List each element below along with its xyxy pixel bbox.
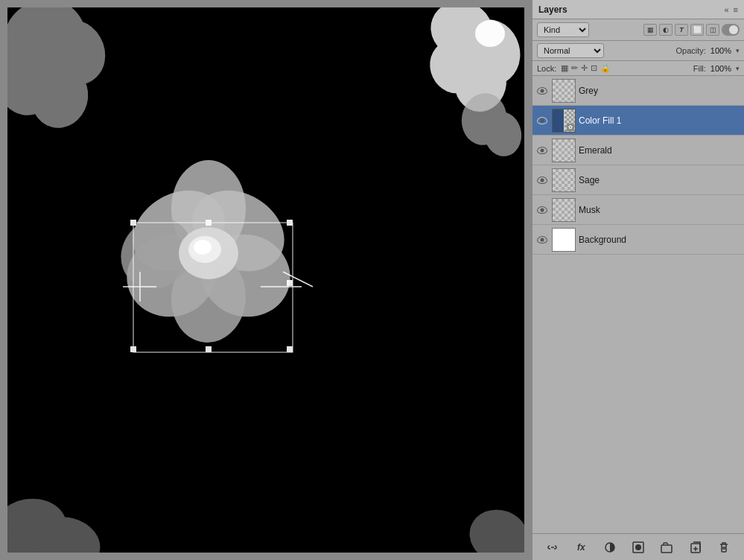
layer-thumb-sage [552,168,576,192]
layer-thumb-grey [552,79,576,103]
fx-label: fx [577,542,585,553]
fill-label: Fill: [693,64,706,73]
blend-row: Normal Opacity: 100% ▾ [532,41,744,61]
layer-thumb-musk [552,198,576,222]
svg-point-21 [194,240,212,255]
smart-filter-icon[interactable]: ◫ [706,24,719,36]
thumb-white-background [553,229,575,251]
thumb-checker-grey [553,80,575,102]
kind-select[interactable]: Kind [537,22,589,37]
layer-visibility-musk[interactable] [535,203,549,217]
panel-titlebar: Layers « ≡ [532,0,744,19]
type-filter-icon[interactable]: T [675,24,688,36]
panel-toolbar: fx [532,533,744,560]
fill-arrow[interactable]: ▾ [736,65,740,72]
eye-icon-background [537,236,547,244]
filter-toggle[interactable] [722,24,740,36]
lock-all-icon[interactable]: 🔒 [600,63,611,73]
shape-filter-icon[interactable]: ⬜ [690,24,704,36]
adjustment-filter-icon[interactable]: ◐ [659,24,673,36]
opacity-label: Opacity: [676,46,706,55]
artwork-svg [7,7,524,553]
layer-visibility-emerald[interactable] [535,144,549,157]
eye-icon-color-fill-1 [537,117,547,124]
eye-icon-emerald [537,147,547,154]
lock-icons: ▦ ✏ ✛ ⊡ 🔒 [561,63,611,73]
layer-name-emerald: Emerald [579,145,741,156]
add-mask-button[interactable] [630,539,646,556]
lock-artboard-icon[interactable]: ⊡ [591,63,597,73]
panel-collapse-button[interactable]: « [724,5,728,14]
pixel-filter-icon[interactable]: ▦ [643,24,657,36]
thumb-checker-sage [553,169,575,191]
layer-name-color-fill-1: Color Fill 1 [579,115,741,126]
eye-icon-sage [537,176,547,184]
new-layer-button[interactable] [687,539,704,556]
lock-label: Lock: [537,64,556,73]
panel-title: Layers [538,4,567,15]
svg-rect-42 [661,545,672,553]
eye-icon-musk [537,206,547,214]
layer-name-grey: Grey [579,86,741,96]
lock-pixels-icon[interactable]: ▦ [561,63,568,73]
layer-item-musk[interactable]: Musk [532,195,744,225]
blend-mode-select[interactable]: Normal [537,43,604,58]
layer-item-grey[interactable]: Grey [532,76,744,106]
filter-row: Kind ▦ ◐ T ⬜ ◫ [532,19,744,41]
svg-point-41 [635,544,641,550]
layer-visibility-color-fill-1[interactable] [535,114,549,127]
svg-rect-27 [206,346,212,352]
delete-layer-button[interactable] [716,539,732,556]
filter-icons: ▦ ◐ T ⬜ ◫ [592,24,740,36]
lock-position-icon[interactable]: ✛ [581,63,588,73]
layer-name-musk: Musk [579,205,741,215]
layer-item-emerald[interactable]: Emerald [532,136,744,165]
new-fill-button[interactable] [602,539,618,556]
layer-item-color-fill-1[interactable]: ✿ Color Fill 1 [532,106,744,136]
layer-thumb-emerald [552,139,576,162]
canvas-area [0,0,532,560]
layer-thumb-background [552,228,576,252]
eye-icon-grey [537,87,547,95]
link-layers-button[interactable] [544,539,561,556]
layers-panel: Layers « ≡ Kind ▦ ◐ T ⬜ ◫ Normal [532,0,744,560]
opacity-arrow[interactable]: ▾ [736,47,740,54]
layers-list: Grey ✿ Color Fill 1 Emerald [532,76,744,533]
fx-button[interactable]: fx [573,539,589,556]
svg-point-9 [475,20,505,47]
layer-visibility-sage[interactable] [535,174,549,187]
fill-value: 100% [710,64,731,73]
layer-name-background: Background [579,235,741,245]
svg-rect-28 [287,280,293,286]
thumb-checker-musk [553,199,575,221]
lock-image-icon[interactable]: ✏ [571,63,578,73]
thumb-checker-emerald [553,139,575,162]
new-group-button[interactable] [658,539,675,556]
layer-name-sage: Sage [579,175,741,185]
layer-thumb-color-fill-1: ✿ [552,109,576,133]
opacity-value: 100% [710,46,731,55]
layer-item-background[interactable]: Background [532,225,744,255]
svg-rect-25 [287,346,293,352]
layer-visibility-background[interactable] [535,233,549,246]
lock-row: Lock: ▦ ✏ ✛ ⊡ 🔒 Fill: 100% ▾ [532,61,744,76]
panel-menu-button[interactable]: ≡ [734,5,738,14]
layer-visibility-grey[interactable] [535,84,549,98]
layer-item-sage[interactable]: Sage [532,165,744,195]
panel-icons: « ≡ [724,5,738,14]
canvas-inner [7,7,524,553]
